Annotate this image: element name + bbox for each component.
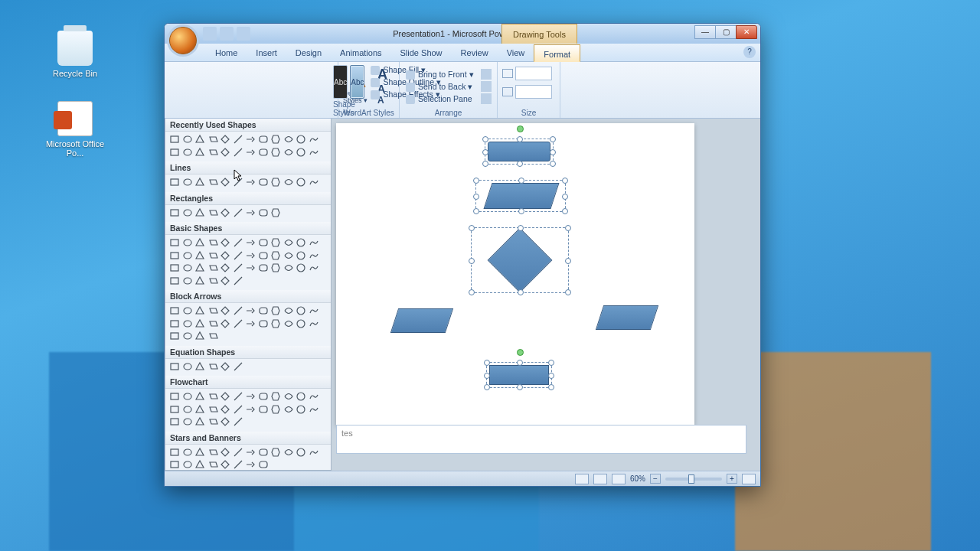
shape-gallery-item[interactable]: [219, 133, 232, 146]
shape-gallery-item[interactable]: [295, 236, 308, 249]
shape-gallery-item[interactable]: [168, 403, 181, 416]
shape-gallery-item[interactable]: [244, 249, 257, 262]
shape-gallery-item[interactable]: [232, 262, 245, 275]
shape-gallery-item[interactable]: [194, 262, 207, 275]
shape-gallery-item[interactable]: [168, 360, 181, 373]
shape-gallery-item[interactable]: [168, 207, 181, 220]
shape-gallery-item[interactable]: [207, 236, 220, 249]
shape-gallery-item[interactable]: [308, 262, 321, 275]
shape-gallery-item[interactable]: [194, 275, 207, 288]
tab-review[interactable]: Review: [452, 44, 498, 61]
shape-gallery-item[interactable]: [270, 133, 283, 146]
shape-gallery-item[interactable]: [283, 305, 296, 318]
shape-gallery-item[interactable]: [270, 249, 283, 262]
shape-gallery-item[interactable]: [295, 446, 308, 459]
shape-gallery-item[interactable]: [168, 458, 181, 470]
shape-gallery-item[interactable]: [244, 262, 257, 275]
shape-gallery-item[interactable]: [219, 305, 232, 318]
shape-gallery-item[interactable]: [219, 236, 232, 249]
send-to-back-button[interactable]: Send to Back ▾: [404, 81, 477, 92]
shape-gallery-item[interactable]: [194, 390, 207, 403]
shape-gallery-item[interactable]: [244, 305, 257, 318]
shape-gallery-item[interactable]: [168, 416, 181, 429]
view-sorter-button[interactable]: [593, 474, 607, 484]
shape-gallery-item[interactable]: [283, 262, 296, 275]
view-slideshow-button[interactable]: [612, 474, 626, 484]
shape-gallery-item[interactable]: [283, 176, 296, 189]
shape-gallery-item[interactable]: [194, 360, 207, 373]
shape-gallery-item[interactable]: [270, 236, 283, 249]
shape-gallery-item[interactable]: [219, 318, 232, 331]
shape-gallery-item[interactable]: [244, 133, 257, 146]
shape-gallery-item[interactable]: [270, 446, 283, 459]
shape-gallery-item[interactable]: [295, 403, 308, 416]
shape-gallery-item[interactable]: [219, 275, 232, 288]
shape-gallery-item[interactable]: [207, 249, 220, 262]
shape-gallery-item[interactable]: [308, 446, 321, 459]
shape-gallery-item[interactable]: [168, 318, 181, 331]
tab-format[interactable]: Format: [534, 44, 580, 62]
shape-gallery-item[interactable]: [295, 146, 308, 159]
desktop-icon-recycle-bin[interactable]: Recycle Bin: [44, 31, 106, 78]
shape-gallery-item[interactable]: [308, 176, 321, 189]
shape-gallery-item[interactable]: [283, 236, 296, 249]
shape-gallery-item[interactable]: [257, 390, 270, 403]
shape-gallery-item[interactable]: [244, 403, 257, 416]
shape-gallery-item[interactable]: [194, 207, 207, 220]
shape-gallery-item[interactable]: [181, 176, 194, 189]
shape-gallery-item[interactable]: [244, 446, 257, 459]
shape-gallery-item[interactable]: [181, 318, 194, 331]
shape-gallery-item[interactable]: [257, 403, 270, 416]
shape-gallery-item[interactable]: [308, 236, 321, 249]
close-button[interactable]: ✕: [736, 25, 757, 39]
shape-gallery-item[interactable]: [295, 390, 308, 403]
shape-gallery-item[interactable]: [257, 446, 270, 459]
shape-gallery-item[interactable]: [270, 146, 283, 159]
shape-gallery-item[interactable]: [194, 236, 207, 249]
shape-style-preset-1[interactable]: Abc: [333, 65, 348, 99]
shape-gallery-item[interactable]: [219, 176, 232, 189]
view-normal-button[interactable]: [575, 474, 589, 484]
shape-gallery-item[interactable]: [181, 458, 194, 470]
shape-gallery-item[interactable]: [207, 262, 220, 275]
shape-gallery-item[interactable]: [194, 330, 207, 343]
shape-gallery-item[interactable]: [219, 262, 232, 275]
tab-design[interactable]: Design: [286, 44, 331, 61]
flowchart-data-shape-left[interactable]: [390, 308, 453, 333]
shape-gallery-item[interactable]: [308, 133, 321, 146]
shape-gallery-item[interactable]: [219, 207, 232, 220]
rotate-handle-icon-2[interactable]: [517, 349, 524, 356]
shape-gallery-item[interactable]: [295, 176, 308, 189]
shape-gallery-item[interactable]: [244, 176, 257, 189]
shape-height-input[interactable]: [515, 67, 552, 80]
shape-gallery-item[interactable]: [295, 249, 308, 262]
shape-gallery-item[interactable]: [207, 403, 220, 416]
shape-gallery-item[interactable]: [168, 176, 181, 189]
shape-gallery-item[interactable]: [308, 249, 321, 262]
shape-gallery-item[interactable]: [181, 275, 194, 288]
rotate-handle-icon[interactable]: [517, 126, 524, 132]
align-icon[interactable]: [481, 69, 492, 80]
shape-gallery-item[interactable]: [168, 390, 181, 403]
shape-gallery-item[interactable]: [181, 305, 194, 318]
shape-gallery-item[interactable]: [232, 236, 245, 249]
shape-gallery-item[interactable]: [232, 249, 245, 262]
flowchart-data-shape-right[interactable]: [596, 305, 658, 330]
shape-gallery-item[interactable]: [308, 390, 321, 403]
shape-gallery-item[interactable]: [270, 305, 283, 318]
qat-redo-icon[interactable]: [237, 27, 250, 41]
shape-gallery-item[interactable]: [257, 133, 270, 146]
shape-gallery-item[interactable]: [219, 416, 232, 429]
shape-gallery-item[interactable]: [257, 458, 270, 470]
shape-gallery-item[interactable]: [181, 390, 194, 403]
shape-gallery-item[interactable]: [219, 403, 232, 416]
shape-gallery-item[interactable]: [257, 249, 270, 262]
rotate-icon[interactable]: [481, 93, 492, 104]
shape-gallery-item[interactable]: [232, 305, 245, 318]
shape-gallery-item[interactable]: [244, 318, 257, 331]
titlebar[interactable]: Presentation1 - Microsoft PowerPoint Dra…: [165, 24, 760, 44]
shape-gallery-item[interactable]: [168, 133, 181, 146]
shape-gallery-item[interactable]: [283, 133, 296, 146]
shape-gallery-item[interactable]: [207, 318, 220, 331]
shape-gallery-item[interactable]: [168, 446, 181, 459]
